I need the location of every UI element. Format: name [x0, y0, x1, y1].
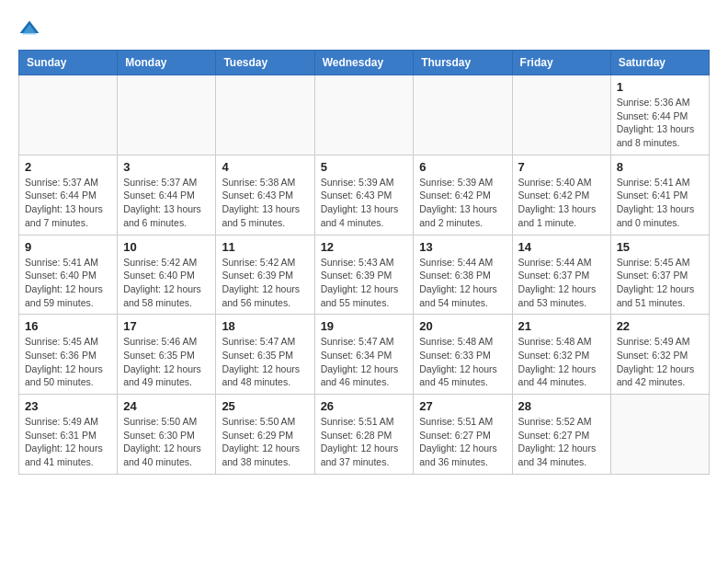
calendar-cell: 10Sunrise: 5:42 AM Sunset: 6:40 PM Dayli…: [118, 235, 216, 315]
calendar-cell: 26Sunrise: 5:51 AM Sunset: 6:28 PM Dayli…: [314, 395, 414, 475]
column-header-tuesday: Tuesday: [216, 51, 314, 75]
day-info: Sunrise: 5:47 AM Sunset: 6:34 PM Dayligh…: [321, 335, 408, 389]
day-number: 3: [123, 160, 210, 174]
day-info: Sunrise: 5:43 AM Sunset: 6:39 PM Dayligh…: [321, 256, 408, 310]
day-info: Sunrise: 5:37 AM Sunset: 6:44 PM Dayligh…: [25, 176, 111, 230]
day-number: 26: [321, 399, 408, 413]
calendar-cell: 12Sunrise: 5:43 AM Sunset: 6:39 PM Dayli…: [314, 235, 414, 315]
day-number: 16: [25, 319, 111, 333]
day-info: Sunrise: 5:49 AM Sunset: 6:31 PM Dayligh…: [25, 415, 111, 469]
day-number: 4: [222, 160, 308, 174]
column-header-monday: Monday: [118, 51, 216, 75]
day-info: Sunrise: 5:49 AM Sunset: 6:32 PM Dayligh…: [617, 335, 703, 389]
calendar-cell: 16Sunrise: 5:45 AM Sunset: 6:36 PM Dayli…: [19, 315, 118, 395]
calendar-cell: 15Sunrise: 5:45 AM Sunset: 6:37 PM Dayli…: [610, 235, 709, 315]
day-info: Sunrise: 5:42 AM Sunset: 6:40 PM Dayligh…: [123, 256, 210, 310]
calendar-cell: 19Sunrise: 5:47 AM Sunset: 6:34 PM Dayli…: [314, 315, 414, 395]
calendar-cell: 7Sunrise: 5:40 AM Sunset: 6:42 PM Daylig…: [512, 155, 610, 235]
calendar-cell: 24Sunrise: 5:50 AM Sunset: 6:30 PM Dayli…: [118, 395, 216, 475]
day-info: Sunrise: 5:44 AM Sunset: 6:37 PM Dayligh…: [518, 256, 605, 310]
day-info: Sunrise: 5:51 AM Sunset: 6:28 PM Dayligh…: [321, 415, 408, 469]
day-info: Sunrise: 5:51 AM Sunset: 6:27 PM Dayligh…: [419, 415, 506, 469]
day-info: Sunrise: 5:39 AM Sunset: 6:43 PM Dayligh…: [321, 176, 408, 230]
day-info: Sunrise: 5:46 AM Sunset: 6:35 PM Dayligh…: [123, 335, 210, 389]
day-info: Sunrise: 5:48 AM Sunset: 6:32 PM Dayligh…: [518, 335, 605, 389]
calendar-cell: [118, 75, 216, 155]
day-number: 5: [321, 160, 408, 174]
calendar-cell: 6Sunrise: 5:39 AM Sunset: 6:42 PM Daylig…: [414, 155, 512, 235]
calendar-cell: [19, 75, 118, 155]
day-number: 22: [617, 319, 703, 333]
calendar-cell: 4Sunrise: 5:38 AM Sunset: 6:43 PM Daylig…: [216, 155, 314, 235]
week-row-1: 1Sunrise: 5:36 AM Sunset: 6:44 PM Daylig…: [19, 75, 710, 155]
day-number: 24: [123, 399, 210, 413]
logo-icon: [18, 18, 40, 40]
column-header-friday: Friday: [512, 51, 610, 75]
day-number: 2: [25, 160, 111, 174]
day-number: 19: [321, 319, 408, 333]
calendar-cell: 27Sunrise: 5:51 AM Sunset: 6:27 PM Dayli…: [414, 395, 512, 475]
column-header-thursday: Thursday: [414, 51, 512, 75]
column-header-sunday: Sunday: [19, 51, 118, 75]
day-info: Sunrise: 5:37 AM Sunset: 6:44 PM Dayligh…: [123, 176, 210, 230]
page-header: [18, 18, 710, 40]
day-info: Sunrise: 5:39 AM Sunset: 6:42 PM Dayligh…: [419, 176, 506, 230]
day-info: Sunrise: 5:44 AM Sunset: 6:38 PM Dayligh…: [419, 256, 506, 310]
day-number: 11: [222, 240, 308, 254]
day-number: 14: [518, 240, 605, 254]
calendar-cell: 2Sunrise: 5:37 AM Sunset: 6:44 PM Daylig…: [19, 155, 118, 235]
day-number: 25: [222, 399, 308, 413]
calendar-cell: 22Sunrise: 5:49 AM Sunset: 6:32 PM Dayli…: [610, 315, 709, 395]
day-number: 17: [123, 319, 210, 333]
calendar-cell: 8Sunrise: 5:41 AM Sunset: 6:41 PM Daylig…: [610, 155, 709, 235]
week-row-4: 16Sunrise: 5:45 AM Sunset: 6:36 PM Dayli…: [19, 315, 710, 395]
day-number: 10: [123, 240, 210, 254]
calendar-cell: 23Sunrise: 5:49 AM Sunset: 6:31 PM Dayli…: [19, 395, 118, 475]
day-number: 28: [518, 399, 605, 413]
day-number: 27: [419, 399, 506, 413]
logo: [18, 18, 44, 40]
calendar-cell: [216, 75, 314, 155]
day-info: Sunrise: 5:41 AM Sunset: 6:41 PM Dayligh…: [617, 176, 703, 230]
calendar-cell: 1Sunrise: 5:36 AM Sunset: 6:44 PM Daylig…: [610, 75, 709, 155]
day-info: Sunrise: 5:41 AM Sunset: 6:40 PM Dayligh…: [25, 256, 111, 310]
calendar-cell: 20Sunrise: 5:48 AM Sunset: 6:33 PM Dayli…: [414, 315, 512, 395]
day-info: Sunrise: 5:50 AM Sunset: 6:30 PM Dayligh…: [123, 415, 210, 469]
day-number: 8: [617, 160, 703, 174]
calendar-body: 1Sunrise: 5:36 AM Sunset: 6:44 PM Daylig…: [19, 75, 710, 475]
day-number: 1: [617, 80, 703, 94]
day-info: Sunrise: 5:52 AM Sunset: 6:27 PM Dayligh…: [518, 415, 605, 469]
calendar-cell: [414, 75, 512, 155]
calendar-cell: 17Sunrise: 5:46 AM Sunset: 6:35 PM Dayli…: [118, 315, 216, 395]
calendar-cell: [512, 75, 610, 155]
day-number: 20: [419, 319, 506, 333]
day-number: 9: [25, 240, 111, 254]
week-row-2: 2Sunrise: 5:37 AM Sunset: 6:44 PM Daylig…: [19, 155, 710, 235]
calendar-cell: [610, 395, 709, 475]
day-info: Sunrise: 5:45 AM Sunset: 6:37 PM Dayligh…: [617, 256, 703, 310]
day-info: Sunrise: 5:48 AM Sunset: 6:33 PM Dayligh…: [419, 335, 506, 389]
day-info: Sunrise: 5:38 AM Sunset: 6:43 PM Dayligh…: [222, 176, 308, 230]
day-number: 18: [222, 319, 308, 333]
day-info: Sunrise: 5:45 AM Sunset: 6:36 PM Dayligh…: [25, 335, 111, 389]
week-row-5: 23Sunrise: 5:49 AM Sunset: 6:31 PM Dayli…: [19, 395, 710, 475]
calendar-cell: 25Sunrise: 5:50 AM Sunset: 6:29 PM Dayli…: [216, 395, 314, 475]
column-header-saturday: Saturday: [610, 51, 709, 75]
calendar-cell: 3Sunrise: 5:37 AM Sunset: 6:44 PM Daylig…: [118, 155, 216, 235]
day-info: Sunrise: 5:50 AM Sunset: 6:29 PM Dayligh…: [222, 415, 308, 469]
day-number: 12: [321, 240, 408, 254]
column-header-wednesday: Wednesday: [314, 51, 414, 75]
day-number: 7: [518, 160, 605, 174]
calendar-cell: 18Sunrise: 5:47 AM Sunset: 6:35 PM Dayli…: [216, 315, 314, 395]
calendar-table: SundayMondayTuesdayWednesdayThursdayFrid…: [18, 50, 710, 475]
calendar-cell: [314, 75, 414, 155]
day-info: Sunrise: 5:40 AM Sunset: 6:42 PM Dayligh…: [518, 176, 605, 230]
day-info: Sunrise: 5:36 AM Sunset: 6:44 PM Dayligh…: [617, 96, 703, 150]
calendar-cell: 11Sunrise: 5:42 AM Sunset: 6:39 PM Dayli…: [216, 235, 314, 315]
day-number: 13: [419, 240, 506, 254]
calendar-cell: 13Sunrise: 5:44 AM Sunset: 6:38 PM Dayli…: [414, 235, 512, 315]
day-info: Sunrise: 5:42 AM Sunset: 6:39 PM Dayligh…: [222, 256, 308, 310]
day-info: Sunrise: 5:47 AM Sunset: 6:35 PM Dayligh…: [222, 335, 308, 389]
calendar-cell: 9Sunrise: 5:41 AM Sunset: 6:40 PM Daylig…: [19, 235, 118, 315]
week-row-3: 9Sunrise: 5:41 AM Sunset: 6:40 PM Daylig…: [19, 235, 710, 315]
